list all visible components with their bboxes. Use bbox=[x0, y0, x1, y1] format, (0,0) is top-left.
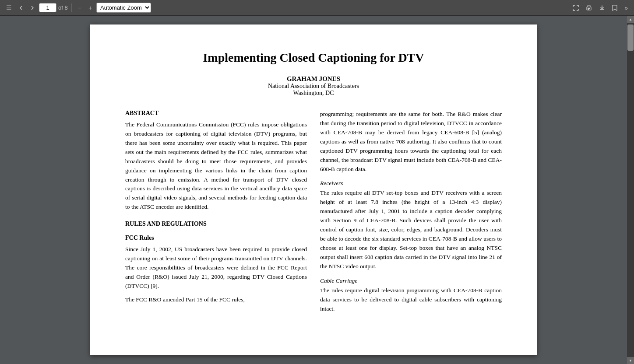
right-intro-text: programming; requirements are the same f… bbox=[320, 110, 502, 174]
page-total: of 8 bbox=[58, 4, 68, 11]
page-input-group: of 8 bbox=[39, 3, 68, 12]
download-button[interactable] bbox=[596, 3, 608, 13]
document-title: Implementing Closed Captioning for DTV bbox=[125, 51, 502, 65]
pdf-toolbar: ☰ of 8 − + Automatic Zoom Actual Size Pa… bbox=[0, 0, 634, 16]
document-organization: National Association of Broadcasters bbox=[125, 83, 502, 90]
scroll-track[interactable] bbox=[627, 23, 634, 357]
zoom-select[interactable]: Automatic Zoom Actual Size Page Fit Page… bbox=[96, 3, 151, 13]
rules-heading: RULES AND REGULATIONS bbox=[125, 220, 307, 228]
cable-carriage-text: The rules require digital television pro… bbox=[320, 286, 502, 314]
right-column: programming; requirements are the same f… bbox=[320, 110, 502, 314]
receivers-heading: Receivers bbox=[320, 180, 502, 187]
fcc-rules-heading: FCC Rules bbox=[125, 234, 307, 242]
toolbar-separator-1 bbox=[71, 4, 72, 12]
svg-rect-1 bbox=[588, 8, 590, 9]
abstract-heading: ABSTRACT bbox=[125, 110, 307, 117]
page-number-input[interactable] bbox=[39, 3, 56, 12]
sidebar-toggle-button[interactable]: ☰ bbox=[4, 3, 14, 13]
pdf-page: Implementing Closed Captioning for DTV G… bbox=[90, 24, 537, 355]
prev-page-icon bbox=[19, 6, 23, 10]
download-icon bbox=[599, 5, 605, 11]
fcc-rules-text2: The FCC R&O amended Part 15 of the FCC r… bbox=[125, 295, 307, 304]
toolbar-right-group: » bbox=[570, 3, 630, 13]
zoom-out-button[interactable]: − bbox=[75, 3, 84, 13]
right-scrollbar: ▲ ▼ bbox=[627, 16, 634, 364]
scroll-down-button[interactable]: ▼ bbox=[627, 357, 634, 364]
abstract-text: The Federal Communications Commission (F… bbox=[125, 120, 307, 212]
print-icon bbox=[586, 5, 592, 11]
fullscreen-icon bbox=[573, 5, 579, 11]
document-content: ABSTRACT The Federal Communications Comm… bbox=[125, 110, 502, 314]
cable-carriage-heading: Cable Carriage bbox=[320, 277, 502, 284]
document-location: Washington, DC bbox=[125, 90, 502, 97]
bookmark-icon bbox=[612, 5, 617, 11]
next-page-icon bbox=[30, 6, 35, 10]
left-column: ABSTRACT The Federal Communications Comm… bbox=[125, 110, 307, 314]
receivers-text: The rules require all DTV set-top boxes … bbox=[320, 189, 502, 271]
print-button[interactable] bbox=[583, 3, 595, 13]
pdf-viewer[interactable]: Implementing Closed Captioning for DTV G… bbox=[0, 16, 627, 364]
zoom-in-button[interactable]: + bbox=[86, 3, 95, 13]
svg-rect-2 bbox=[588, 9, 589, 10]
fullscreen-button[interactable] bbox=[570, 3, 581, 13]
fcc-rules-text: Since July 1, 2002, US broadcasters have… bbox=[125, 245, 307, 291]
bookmark-button[interactable] bbox=[609, 3, 620, 13]
scroll-thumb[interactable] bbox=[627, 24, 634, 51]
main-area: Implementing Closed Captioning for DTV G… bbox=[0, 16, 634, 364]
prev-page-button[interactable] bbox=[16, 4, 26, 12]
scroll-up-button[interactable]: ▲ bbox=[627, 16, 634, 23]
more-tools-button[interactable]: » bbox=[622, 3, 630, 13]
document-author: GRAHAM JONES bbox=[125, 75, 502, 83]
next-page-button[interactable] bbox=[28, 4, 37, 12]
